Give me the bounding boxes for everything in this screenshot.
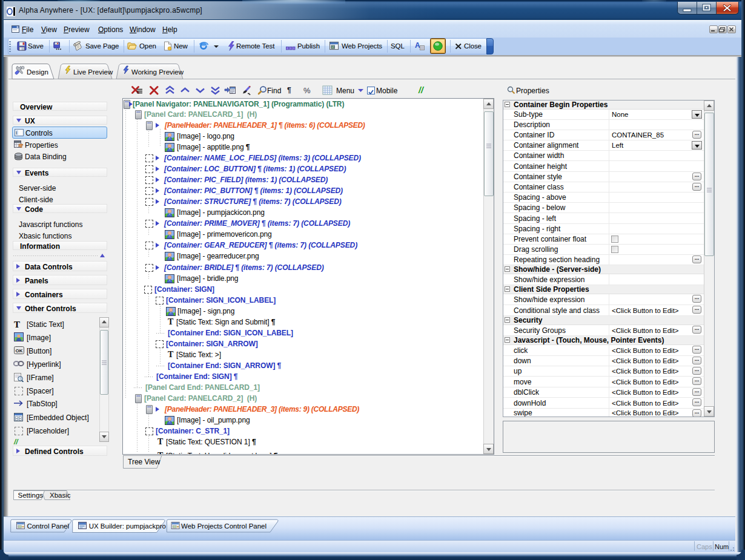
svg-text:OK: OK <box>16 348 23 354</box>
svg-text:Xbasic: Xbasic <box>50 492 71 499</box>
svg-text:Settings: Settings <box>18 492 44 499</box>
svg-text:Tree View: Tree View <box>128 458 161 466</box>
svg-text:A: A <box>415 41 420 50</box>
svg-text:I: I <box>16 130 17 136</box>
svg-text:Live Preview: Live Preview <box>73 68 113 76</box>
svg-text:UX Builder: pumpjackpro: UX Builder: pumpjackpro <box>89 522 166 530</box>
svg-text:Design: Design <box>27 68 48 76</box>
svg-text:Control Panel: Control Panel <box>27 522 69 530</box>
svg-text:Web Projects Control Panel: Web Projects Control Panel <box>181 522 267 530</box>
svg-text:Working Preview: Working Preview <box>131 68 184 76</box>
